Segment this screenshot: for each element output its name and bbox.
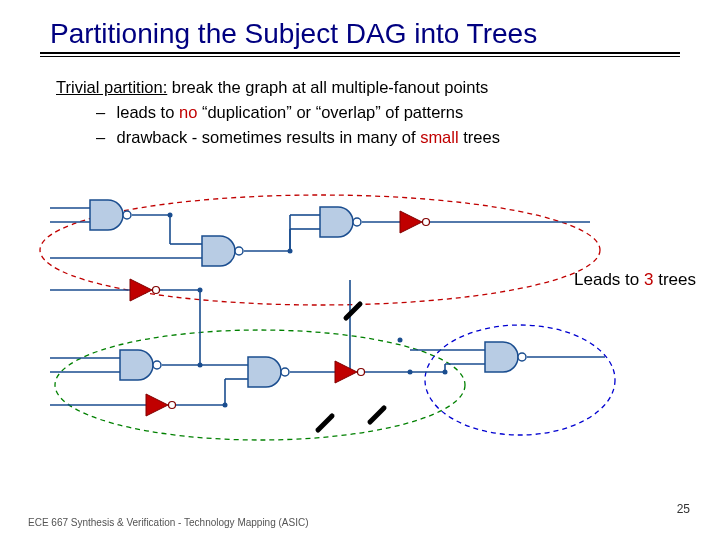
svg-point-38	[198, 363, 203, 368]
svg-point-39	[223, 403, 228, 408]
bullet-2-b: trees	[459, 128, 500, 146]
bullet-1-a: leads to	[117, 103, 179, 121]
svg-point-41	[443, 370, 448, 375]
nand-gate-icon	[485, 342, 526, 372]
body-text: Trivial partition: break the graph at al…	[0, 57, 720, 149]
trivial-partition-label: Trivial partition:	[56, 78, 167, 96]
title-rule	[40, 52, 680, 54]
svg-point-37	[198, 288, 203, 293]
inverter-icon	[400, 211, 430, 233]
nand-gate-icon	[248, 357, 289, 387]
line-1: Trivial partition: break the graph at al…	[56, 75, 720, 100]
svg-line-43	[346, 304, 360, 318]
dash-icon: –	[96, 100, 112, 125]
page-number: 25	[677, 502, 690, 516]
bullet-1-no: no	[179, 103, 197, 121]
inverter-icon	[130, 279, 160, 301]
nand-gate-icon	[202, 236, 243, 266]
svg-line-44	[370, 408, 384, 422]
svg-line-45	[318, 416, 332, 430]
dash-icon: –	[96, 125, 112, 150]
dag-diagram	[50, 190, 690, 490]
bullet-2-a: drawback - sometimes results in many of	[117, 128, 421, 146]
nand-gate-icon	[320, 207, 361, 237]
bullet-2: – drawback - sometimes results in many o…	[56, 125, 720, 150]
svg-point-36	[288, 249, 293, 254]
page-title: Partitioning the Subject DAG into Trees	[0, 0, 720, 52]
bullet-1: – leads to no “duplication” or “overlap”…	[56, 100, 720, 125]
bullet-2-small: small	[420, 128, 459, 146]
nand-gate-icon	[120, 350, 161, 380]
line-1-rest: break the graph at all multiple-fanout p…	[167, 78, 488, 96]
svg-point-40	[408, 370, 413, 375]
inverter-icon	[146, 394, 176, 416]
svg-point-42	[398, 338, 403, 343]
nand-gate-icon	[90, 200, 131, 230]
svg-point-35	[168, 213, 173, 218]
partition-ellipse-3	[425, 325, 615, 435]
bullet-1-b: “duplication” or “overlap” of patterns	[197, 103, 463, 121]
footer-text: ECE 667 Synthesis & Verification - Techn…	[28, 517, 309, 528]
